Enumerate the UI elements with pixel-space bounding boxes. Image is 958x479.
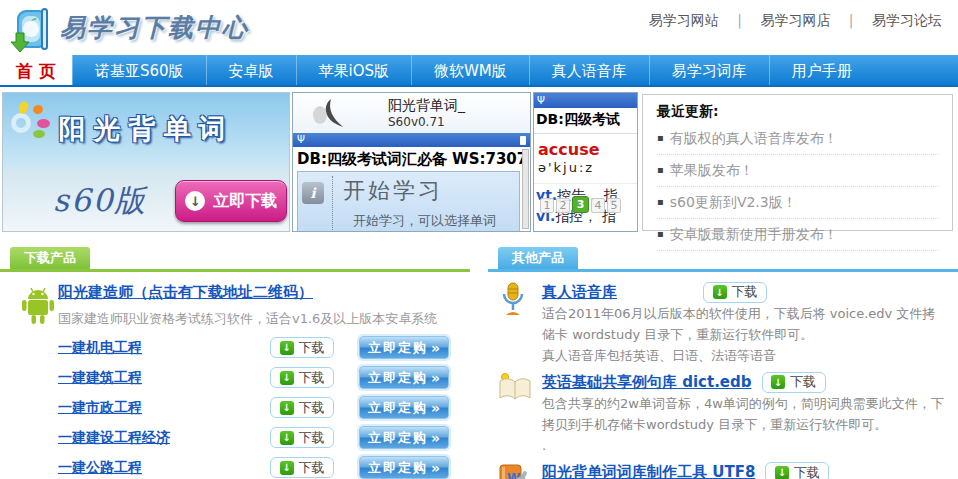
nav-nokia-s60[interactable]: 诺基亚S60版 — [72, 55, 206, 85]
link-shop[interactable]: 易学习网店 — [760, 12, 830, 28]
download-icon: ↓ — [775, 466, 789, 479]
download-button[interactable]: ↓ 下载 — [703, 282, 767, 303]
link-forum[interactable]: 易学习论坛 — [872, 12, 942, 28]
nav-dictionary[interactable]: 易学习词库 — [649, 55, 769, 85]
nav-microsoft-wm[interactable]: 微软WM版 — [411, 55, 529, 85]
header-links: 易学习网站 | 易学习网店 | 易学习论坛 — [643, 12, 948, 30]
download-products-column: 下载产品 阳光建造师（点 — [0, 247, 470, 479]
nav-apple-ios[interactable]: 苹果iOS版 — [296, 55, 412, 85]
order-label: 立即定购 — [368, 369, 428, 387]
sentence-library-desc-line: 包含共享的约2w单词音标，4w单词的例句，简明词典需要此文件，下 — [542, 394, 958, 415]
menu-subtitle: 开始学习，可以选择单词 — [343, 212, 496, 230]
download-icon: ↓ — [280, 461, 294, 475]
download-button[interactable]: ↓ 下载 — [270, 367, 334, 388]
pager-page-5[interactable]: 5 — [607, 198, 621, 213]
download-button[interactable]: ↓ 下载 — [270, 427, 334, 448]
sentence-library-link[interactable]: 英语基础共享例句库 dict.edb — [542, 373, 752, 392]
download-icon: ↓ — [280, 371, 294, 385]
bullet-icon: ▪ — [657, 196, 664, 207]
db-status-line: DB:四级考试 — [534, 108, 637, 134]
download-button[interactable]: ↓ 下载 — [270, 457, 334, 478]
menu-title: 开始学习 — [343, 176, 496, 206]
banner-bottom: s60版 ↓ 立即下载 — [3, 169, 289, 232]
product-row: 一建机电工程 ↓ 下载 立即定购 » — [58, 337, 470, 358]
order-now-button[interactable]: 立即定购 » — [359, 336, 449, 359]
product-link-jingji[interactable]: 一建建设工程经济 — [58, 429, 270, 447]
order-now-button[interactable]: 立即定购 » — [359, 396, 449, 419]
order-now-button[interactable]: 立即定购 » — [359, 366, 449, 389]
chevron-right-icon: » — [431, 370, 440, 386]
link-website[interactable]: 易学习网站 — [649, 12, 719, 28]
chevron-right-icon: » — [431, 400, 440, 416]
update-item[interactable]: ▪s60更新到V2.3版！ — [657, 187, 938, 219]
voice-library-desc-line: 真人语音库包括英语、日语、法语等语音 — [542, 346, 958, 367]
voice-library-link[interactable]: 真人语音库 — [542, 283, 617, 302]
builder-app-link[interactable]: 阳光建造师（点击有下载地址二维码） — [58, 283, 313, 302]
other-products-body: 真人语音库 ↓ 下载 适合2011年06月以后版本的软件使用，下载后将 voic… — [488, 272, 958, 479]
download-button[interactable]: ↓ 下载 — [762, 372, 826, 393]
page: 易学习下载中心 易学习网站 | 易学习网店 | 易学习论坛 首 页 诺基亚S60… — [0, 0, 958, 479]
update-text: 苹果版发布！ — [670, 162, 754, 178]
battery-icon — [520, 136, 526, 145]
chevron-right-icon: » — [431, 460, 440, 476]
microphone-icon — [498, 280, 542, 366]
tab-other-products[interactable]: 其他产品 — [498, 247, 578, 269]
nav-home[interactable]: 首 页 — [0, 55, 72, 85]
update-text: s60更新到V2.3版！ — [670, 194, 797, 210]
nav-user-manual[interactable]: 用户手册 — [769, 55, 874, 85]
other-products-column: 其他产品 — [488, 247, 958, 479]
pager-page-2[interactable]: 2 — [556, 198, 570, 213]
update-item[interactable]: ▪苹果版发布！ — [657, 155, 938, 187]
signal-icon: Ψ — [537, 95, 545, 106]
voice-library-desc-line: 储卡 wordstudy 目录下，重新运行软件即可。 — [542, 325, 958, 346]
download-button[interactable]: ↓ 下载 — [270, 397, 334, 418]
nav-voice-library[interactable]: 真人语音库 — [529, 55, 649, 85]
order-label: 立即定购 — [368, 459, 428, 477]
pager-page-3-active[interactable]: 3 — [572, 196, 589, 213]
other-product-main: 真人语音库 ↓ 下载 适合2011年06月以后版本的软件使用，下载后将 voic… — [542, 280, 958, 366]
menu-text-block: 开始学习 开始学习，可以选择单词 — [332, 176, 496, 230]
banner-edition: s60版 — [53, 180, 147, 222]
phone-status-bar: Ψ — [534, 93, 637, 108]
product-banner: 阳光背单词 s60版 ↓ 立即下载 — [2, 92, 290, 232]
tab-download-products[interactable]: 下载产品 — [10, 247, 90, 269]
update-item[interactable]: ▪有版权的真人语音库发布！ — [657, 123, 938, 155]
header: 易学习下载中心 易学习网站 | 易学习网店 | 易学习论坛 — [0, 0, 958, 55]
pager-page-1[interactable]: 1 — [540, 198, 554, 213]
order-now-button[interactable]: 立即定购 » — [359, 426, 449, 449]
android-icon — [20, 286, 56, 326]
sun-logo-icon — [7, 101, 51, 141]
download-button[interactable]: ↓ 下载 — [765, 462, 829, 479]
scrollbar[interactable] — [522, 149, 529, 229]
other-product-main: 阳光背单词词库制作工具 UTF8 ↓ 下载 — [542, 461, 958, 479]
download-button[interactable]: ↓ 下载 — [270, 337, 334, 358]
order-label: 立即定购 — [368, 399, 428, 417]
download-label: 下载 — [299, 459, 325, 477]
tool-book-icon: W — [498, 461, 542, 479]
download-label: 下载 — [299, 339, 325, 357]
update-text: 安卓版最新使用手册发布！ — [670, 226, 838, 242]
product-link-shizheng[interactable]: 一建市政工程 — [58, 399, 270, 417]
site-title: 易学习下载中心 — [60, 11, 249, 44]
product-link-jidian[interactable]: 一建机电工程 — [58, 339, 270, 357]
word-phonetic: ə'kju:z — [534, 159, 637, 184]
product-row: 一建建设工程经济 ↓ 下载 立即定购 » — [58, 427, 470, 448]
banner-download-button[interactable]: ↓ 立即下载 — [175, 180, 287, 222]
dict-tool-link[interactable]: 阳光背单词词库制作工具 UTF8 — [542, 463, 755, 479]
order-label: 立即定购 — [368, 429, 428, 447]
banner-sky: 阳光背单词 — [3, 93, 289, 169]
order-now-button[interactable]: 立即定购 » — [359, 456, 449, 479]
phone-status-bar: Ψ — [293, 133, 530, 147]
product-link-jianzhu[interactable]: 一建建筑工程 — [58, 369, 270, 387]
pager-page-4[interactable]: 4 — [591, 198, 605, 213]
app-logo-icon — [309, 97, 347, 129]
other-product-sentence-library: 英语基础共享例句库 dict.edb ↓ 下载 包含共享的约2w单词音标，4w单… — [498, 370, 958, 456]
product-link-gonglu[interactable]: 一建公路工程 — [58, 459, 270, 477]
nav-android[interactable]: 安卓版 — [206, 55, 296, 85]
sentence-library-desc-line: 拷贝到手机存储卡wordstudy 目录下，重新运行软件即可。 — [542, 415, 958, 436]
bullet-icon: ▪ — [657, 164, 664, 175]
signal-icon: Ψ — [297, 133, 305, 147]
other-product-voice-library: 真人语音库 ↓ 下载 适合2011年06月以后版本的软件使用，下载后将 voic… — [498, 280, 958, 366]
site-logo[interactable]: 易学习下载中心 — [8, 3, 249, 53]
download-icon: ↓ — [713, 285, 727, 299]
